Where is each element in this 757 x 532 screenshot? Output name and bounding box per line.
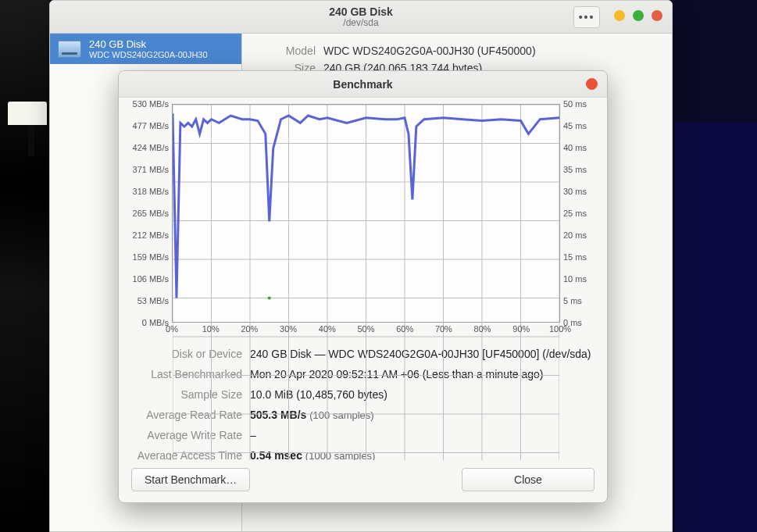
benchmark-chart: 0 MB/s53 MB/s106 MB/s159 MB/s212 MB/s265… (131, 104, 595, 338)
window-subtitle: /dev/sda (329, 18, 393, 29)
device-name: 240 GB Disk (89, 38, 208, 50)
y-axis-right-ticks: 0 ms5 ms10 ms15 ms20 ms25 ms30 ms35 ms40… (563, 104, 595, 323)
model-label: Model (258, 45, 316, 57)
maximize-button[interactable] (633, 10, 644, 21)
window-title: 240 GB Disk (329, 5, 393, 18)
window-menu-button[interactable]: ••• (573, 6, 600, 28)
device-model: WDC WDS240G2G0A-00JH30 (89, 50, 208, 59)
window-titlebar[interactable]: 240 GB Disk /dev/sda ••• (50, 1, 672, 34)
minimize-button[interactable] (614, 10, 625, 21)
wallpaper (0, 0, 49, 532)
window-controls (614, 10, 662, 21)
dialog-titlebar[interactable]: Benchmark (119, 71, 607, 98)
model-value: WDC WDS240G2G0A-00JH30 (UF450000) (323, 45, 536, 57)
start-benchmark-button[interactable]: Start Benchmark… (131, 468, 250, 491)
svg-point-35 (268, 297, 271, 300)
disk-icon (58, 41, 81, 58)
ellipsis-icon: ••• (579, 11, 595, 23)
sidebar-device-item[interactable]: 240 GB Disk WDC WDS240G2G0A-00JH30 (50, 34, 241, 64)
x-axis-ticks: 0%10%20%30%40%50%60%70%80%90%100% (172, 324, 560, 337)
y-axis-left-ticks: 0 MB/s53 MB/s106 MB/s159 MB/s212 MB/s265… (131, 104, 169, 323)
dialog-title: Benchmark (333, 78, 392, 91)
benchmark-dialog: Benchmark 0 MB/s53 MB/s106 MB/s159 MB/s2… (118, 70, 608, 503)
close-button[interactable]: Close (462, 468, 595, 491)
close-window-button[interactable] (652, 10, 662, 21)
wallpaper-object (8, 102, 55, 164)
chart-plot-area (172, 104, 560, 323)
dialog-close-button[interactable] (586, 78, 598, 90)
background-panel (675, 122, 757, 532)
